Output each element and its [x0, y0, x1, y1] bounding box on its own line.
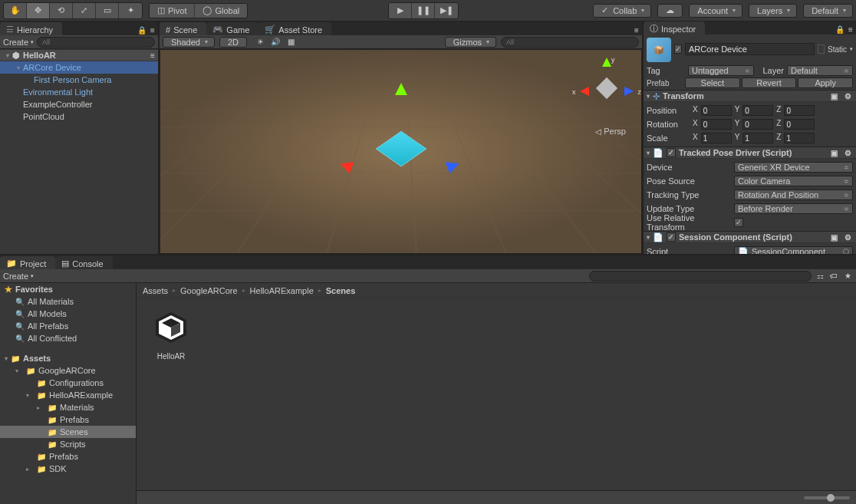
scene-menu-icon[interactable]: ≡ — [147, 50, 158, 61]
transform-tool[interactable]: ✦ — [119, 3, 142, 18]
position-y-input[interactable] — [742, 105, 773, 116]
scene-context-icon[interactable]: ≡ — [631, 25, 642, 35]
lock-icon[interactable]: 🔒 — [137, 25, 147, 35]
tpd-enabled-checkbox[interactable]: ✓ — [667, 148, 676, 157]
project-create-dropdown[interactable]: Create — [3, 272, 34, 281]
project-tree-item[interactable]: 📁Scripts — [0, 438, 136, 450]
hierarchy-create-dropdown[interactable]: Create — [3, 38, 34, 47]
global-toggle[interactable]: ◯Global — [195, 4, 247, 18]
step-button[interactable]: ▶❚ — [435, 3, 458, 18]
scene-view[interactable]: y x z ◁ Persp — [160, 49, 642, 254]
rotation-z-input[interactable] — [784, 119, 815, 130]
layer-dropdown[interactable]: Default — [787, 65, 853, 76]
inspector-context-icon[interactable]: ≡ — [845, 24, 856, 35]
project-tree-item[interactable]: 📁Scenes — [0, 426, 136, 438]
position-x-input[interactable] — [701, 105, 732, 116]
scene-row[interactable]: ▾⬢HelloAR≡ — [0, 49, 158, 61]
scale-tool[interactable]: ⤢ — [73, 3, 96, 18]
label-icon[interactable]: 🏷 — [828, 271, 839, 282]
favorites-header[interactable]: ★Favorites — [0, 283, 136, 295]
static-dropdown-icon[interactable]: ▾ — [850, 46, 853, 52]
hierarchy-item[interactable]: First Person Camera — [0, 74, 158, 86]
expand-arrow[interactable]: ▾ — [15, 367, 23, 374]
thumbnail-size-slider[interactable] — [804, 496, 850, 499]
gear-icon[interactable]: ⚙ — [842, 147, 853, 158]
gizmo-cube[interactable] — [596, 77, 617, 99]
breadcrumb-item[interactable]: GoogleARCore — [180, 286, 238, 295]
position-z-input[interactable] — [784, 105, 815, 116]
help-icon[interactable]: ▣ — [828, 147, 839, 158]
tab-game[interactable]: 🎮Game — [206, 22, 258, 35]
hierarchy-item[interactable]: PointCloud — [0, 110, 158, 123]
hierarchy-item[interactable]: ExampleController — [0, 98, 158, 110]
static-checkbox[interactable] — [818, 44, 825, 54]
hand-tool[interactable]: ✋ — [4, 3, 27, 18]
scene-search-input[interactable] — [501, 37, 639, 48]
favorite-item[interactable]: 🔍All Prefabs — [0, 320, 136, 332]
project-tree-item[interactable]: 📁Prefabs — [0, 450, 136, 463]
tpd-component-header[interactable]: ▾ 📄 ✓ Tracked Pose Driver (Script) ▣ ⚙ — [644, 147, 856, 159]
expand-arrow[interactable]: ▸ — [37, 404, 44, 411]
filter-icon[interactable]: ⚏ — [815, 271, 825, 282]
scale-y-input[interactable] — [742, 133, 773, 143]
breadcrumb-item[interactable]: HelloARExample — [250, 286, 314, 295]
tab-scene[interactable]: #Scene — [160, 22, 206, 35]
y-axis-handle[interactable] — [395, 83, 407, 95]
context-menu-icon[interactable]: ≡ — [147, 25, 158, 35]
gear-icon[interactable]: ⚙ — [842, 91, 853, 101]
orientation-gizmo[interactable]: y x z — [580, 58, 634, 119]
hierarchy-item[interactable]: ▾ARCore Device — [0, 61, 158, 74]
tab-project[interactable]: 📁Project — [0, 256, 55, 269]
tag-dropdown[interactable]: Untagged — [688, 65, 754, 76]
breadcrumb-item[interactable]: Assets — [143, 286, 168, 295]
rect-tool[interactable]: ▭ — [96, 3, 119, 18]
shaded-dropdown[interactable]: Shaded — [163, 37, 215, 48]
fx-icon[interactable]: ▦ — [285, 37, 296, 48]
gizmo-y-cone[interactable] — [602, 58, 611, 67]
rotation-y-input[interactable] — [742, 119, 773, 130]
device-dropdown[interactable]: Generic XR Device — [734, 162, 853, 173]
favorite-item[interactable]: 🔍All Conflicted — [0, 332, 136, 344]
gizmo-z-cone[interactable] — [624, 87, 634, 96]
favorite-icon[interactable]: ★ — [842, 271, 853, 282]
hierarchy-item[interactable]: Evironmental Light — [0, 86, 158, 98]
relative-transform-checkbox[interactable]: ✓ — [734, 218, 743, 227]
help-icon[interactable]: ▣ — [828, 91, 839, 101]
tab-inspector[interactable]: ⓘInspector — [644, 21, 705, 35]
tab-asset-store[interactable]: 🛒Asset Store — [258, 22, 331, 35]
project-tree-item[interactable]: 📁Configurations — [0, 377, 136, 389]
gizmos-dropdown[interactable]: Gizmos — [445, 37, 496, 48]
help-icon[interactable]: ▣ — [828, 232, 839, 242]
layout-dropdown[interactable]: Default — [803, 4, 853, 18]
perspective-label[interactable]: ◁ Persp — [595, 127, 626, 136]
pivot-toggle[interactable]: ◫Pivot — [150, 4, 195, 18]
rotate-tool[interactable]: ⟲ — [50, 3, 73, 18]
lighting-icon[interactable]: ☀ — [255, 37, 265, 48]
gizmo-x-cone[interactable] — [580, 87, 589, 96]
pause-button[interactable]: ❚❚ — [412, 3, 435, 18]
project-tree-item[interactable]: ▾📁GoogleARCore — [0, 364, 136, 377]
cloud-button[interactable]: ☁ — [657, 4, 683, 18]
project-tree-item[interactable]: ▸📁SDK — [0, 463, 136, 475]
tab-console[interactable]: ▤Console — [55, 256, 112, 269]
transform-component-header[interactable]: ▾ ⊹ Transform ▣ ⚙ — [644, 90, 856, 102]
scale-z-input[interactable] — [784, 133, 815, 143]
gameobject-name-input[interactable] — [685, 43, 815, 55]
project-tree-item[interactable]: ▾📁HelloARExample — [0, 389, 136, 401]
expand-arrow[interactable]: ▾ — [14, 64, 23, 71]
rotation-x-input[interactable] — [701, 119, 732, 130]
favorite-item[interactable]: 🔍All Materials — [0, 295, 136, 308]
play-button[interactable]: ▶ — [389, 3, 412, 18]
gameobject-icon[interactable]: 📦 — [647, 38, 671, 62]
tracking-type-dropdown[interactable]: Rotation And Position — [734, 189, 853, 200]
move-tool[interactable]: ✥ — [27, 3, 50, 18]
breadcrumb-item[interactable]: Scenes — [326, 286, 356, 295]
assets-grid[interactable]: HelloAR — [137, 298, 856, 490]
prefab-revert-button[interactable]: Revert — [742, 77, 797, 88]
collab-dropdown[interactable]: ✓Collab — [593, 4, 651, 18]
object-picker-icon[interactable] — [843, 249, 849, 254]
layers-dropdown[interactable]: Layers — [749, 4, 797, 18]
script-field[interactable]: 📄SessionComponent — [734, 246, 853, 254]
pose-source-dropdown[interactable]: Color Camera — [734, 176, 853, 186]
session-component-header[interactable]: ▾ 📄 ✓ Session Component (Script) ▣ ⚙ — [644, 231, 856, 243]
